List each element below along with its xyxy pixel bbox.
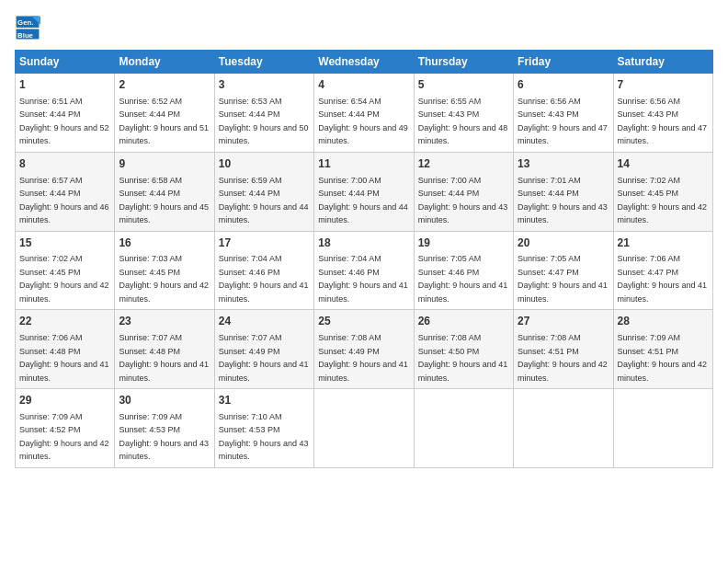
day-number: 23 [119,314,210,329]
day-number: 3 [219,77,310,93]
day-info: Sunrise: 6:51 AMSunset: 4:44 PMDaylight:… [19,97,109,146]
calendar-cell: 5 Sunrise: 6:55 AMSunset: 4:43 PMDayligh… [414,74,513,153]
calendar-cell: 10 Sunrise: 6:59 AMSunset: 4:44 PMDaylig… [214,152,313,231]
day-info: Sunrise: 7:10 AMSunset: 4:53 PMDaylight:… [219,412,309,462]
day-number: 17 [219,236,310,251]
calendar-cell: 3 Sunrise: 6:53 AMSunset: 4:44 PMDayligh… [214,74,313,153]
day-number: 31 [219,393,310,408]
day-info: Sunrise: 7:07 AMSunset: 4:49 PMDaylight:… [219,333,309,383]
calendar-cell: 28 Sunrise: 7:09 AMSunset: 4:51 PMDaylig… [613,310,712,389]
calendar-cell: 18 Sunrise: 7:04 AMSunset: 4:46 PMDaylig… [314,231,414,310]
calendar-cell [514,389,613,468]
calendar-cell: 14 Sunrise: 7:02 AMSunset: 4:45 PMDaylig… [613,152,712,231]
calendar-cell: 17 Sunrise: 7:04 AMSunset: 4:46 PMDaylig… [214,231,313,310]
day-number: 16 [119,236,210,251]
calendar-cell: 27 Sunrise: 7:08 AMSunset: 4:51 PMDaylig… [514,310,613,389]
calendar-cell: 23 Sunrise: 7:07 AMSunset: 4:48 PMDaylig… [115,310,214,389]
day-info: Sunrise: 7:04 AMSunset: 4:46 PMDaylight:… [318,254,408,304]
calendar-cell: 7 Sunrise: 6:56 AMSunset: 4:43 PMDayligh… [613,74,712,153]
calendar-table: SundayMondayTuesdayWednesdayThursdayFrid… [15,50,713,468]
day-number: 11 [318,156,409,172]
day-info: Sunrise: 7:00 AMSunset: 4:44 PMDaylight:… [318,176,408,225]
day-number: 6 [518,77,609,93]
day-info: Sunrise: 7:08 AMSunset: 4:50 PMDaylight:… [418,333,508,383]
day-number: 24 [219,314,310,329]
calendar-header-friday: Friday [514,51,613,74]
calendar-header-sunday: Sunday [16,51,115,74]
day-number: 2 [119,77,210,93]
day-number: 26 [418,314,509,329]
day-info: Sunrise: 7:06 AMSunset: 4:48 PMDaylight:… [19,333,109,383]
day-info: Sunrise: 6:56 AMSunset: 4:43 PMDaylight:… [618,97,708,146]
day-number: 9 [119,156,210,172]
day-info: Sunrise: 6:56 AMSunset: 4:43 PMDaylight:… [518,97,608,146]
svg-text:Gen.: Gen. [17,18,33,27]
calendar-header-thursday: Thursday [414,51,513,74]
day-info: Sunrise: 7:02 AMSunset: 4:45 PMDaylight:… [19,254,109,304]
day-info: Sunrise: 6:57 AMSunset: 4:44 PMDaylight:… [19,176,109,225]
calendar-cell: 6 Sunrise: 6:56 AMSunset: 4:43 PMDayligh… [514,74,613,153]
day-number: 22 [19,314,110,329]
calendar-header-tuesday: Tuesday [214,51,313,74]
calendar-cell: 12 Sunrise: 7:00 AMSunset: 4:44 PMDaylig… [414,152,513,231]
calendar-cell: 24 Sunrise: 7:07 AMSunset: 4:49 PMDaylig… [214,310,313,389]
calendar-cell: 16 Sunrise: 7:03 AMSunset: 4:45 PMDaylig… [115,231,214,310]
calendar-week-row: 8 Sunrise: 6:57 AMSunset: 4:44 PMDayligh… [16,152,713,231]
calendar-cell [414,389,513,468]
day-number: 15 [19,236,110,251]
calendar-cell: 4 Sunrise: 6:54 AMSunset: 4:44 PMDayligh… [314,74,414,153]
calendar-cell: 31 Sunrise: 7:10 AMSunset: 4:53 PMDaylig… [214,389,313,468]
day-info: Sunrise: 6:54 AMSunset: 4:44 PMDaylight:… [318,97,408,146]
day-info: Sunrise: 7:09 AMSunset: 4:51 PMDaylight:… [618,333,708,383]
day-number: 19 [418,236,509,251]
day-number: 27 [518,314,609,329]
calendar-header-saturday: Saturday [613,51,712,74]
calendar-cell: 13 Sunrise: 7:01 AMSunset: 4:44 PMDaylig… [514,152,613,231]
calendar-cell: 26 Sunrise: 7:08 AMSunset: 4:50 PMDaylig… [414,310,513,389]
logo-icon: Gen. Blue [15,15,40,40]
day-number: 25 [318,314,409,329]
day-info: Sunrise: 7:08 AMSunset: 4:49 PMDaylight:… [318,333,408,383]
calendar-cell: 9 Sunrise: 6:58 AMSunset: 4:44 PMDayligh… [115,152,214,231]
calendar-cell: 11 Sunrise: 7:00 AMSunset: 4:44 PMDaylig… [314,152,414,231]
day-number: 29 [19,393,110,408]
day-info: Sunrise: 6:55 AMSunset: 4:43 PMDaylight:… [418,97,508,146]
calendar-cell: 2 Sunrise: 6:52 AMSunset: 4:44 PMDayligh… [115,74,214,153]
day-info: Sunrise: 7:03 AMSunset: 4:45 PMDaylight:… [119,254,209,304]
day-info: Sunrise: 6:58 AMSunset: 4:44 PMDaylight:… [119,176,209,225]
day-info: Sunrise: 7:00 AMSunset: 4:44 PMDaylight:… [418,176,508,225]
day-number: 1 [19,77,110,93]
calendar-header-wednesday: Wednesday [314,51,414,74]
day-info: Sunrise: 7:05 AMSunset: 4:46 PMDaylight:… [418,254,508,304]
day-number: 20 [518,236,609,251]
calendar-cell: 29 Sunrise: 7:09 AMSunset: 4:52 PMDaylig… [16,389,115,468]
day-number: 12 [418,156,509,172]
day-number: 13 [518,156,609,172]
logo: Gen. Blue [15,15,44,40]
day-number: 8 [19,156,110,172]
day-number: 21 [618,236,709,251]
day-info: Sunrise: 7:08 AMSunset: 4:51 PMDaylight:… [518,333,608,383]
calendar-cell: 30 Sunrise: 7:09 AMSunset: 4:53 PMDaylig… [115,389,214,468]
calendar-cell: 25 Sunrise: 7:08 AMSunset: 4:49 PMDaylig… [314,310,414,389]
day-info: Sunrise: 7:07 AMSunset: 4:48 PMDaylight:… [119,333,209,383]
day-number: 30 [119,393,210,408]
calendar-cell: 8 Sunrise: 6:57 AMSunset: 4:44 PMDayligh… [16,152,115,231]
calendar-cell [314,389,414,468]
calendar-cell: 15 Sunrise: 7:02 AMSunset: 4:45 PMDaylig… [16,231,115,310]
day-number: 14 [618,156,709,172]
day-info: Sunrise: 6:59 AMSunset: 4:44 PMDaylight:… [219,176,309,225]
calendar-cell: 22 Sunrise: 7:06 AMSunset: 4:48 PMDaylig… [16,310,115,389]
day-number: 7 [618,77,709,93]
svg-text:Blue: Blue [17,31,34,40]
day-info: Sunrise: 7:09 AMSunset: 4:52 PMDaylight:… [19,412,109,462]
day-info: Sunrise: 6:53 AMSunset: 4:44 PMDaylight:… [219,97,309,146]
day-number: 4 [318,77,409,93]
calendar-cell [613,389,712,468]
day-info: Sunrise: 7:01 AMSunset: 4:44 PMDaylight:… [518,176,608,225]
calendar-week-row: 15 Sunrise: 7:02 AMSunset: 4:45 PMDaylig… [16,231,713,310]
day-info: Sunrise: 7:09 AMSunset: 4:53 PMDaylight:… [119,412,209,462]
calendar-cell: 1 Sunrise: 6:51 AMSunset: 4:44 PMDayligh… [16,74,115,153]
calendar-cell: 19 Sunrise: 7:05 AMSunset: 4:46 PMDaylig… [414,231,513,310]
day-info: Sunrise: 7:02 AMSunset: 4:45 PMDaylight:… [618,176,708,225]
